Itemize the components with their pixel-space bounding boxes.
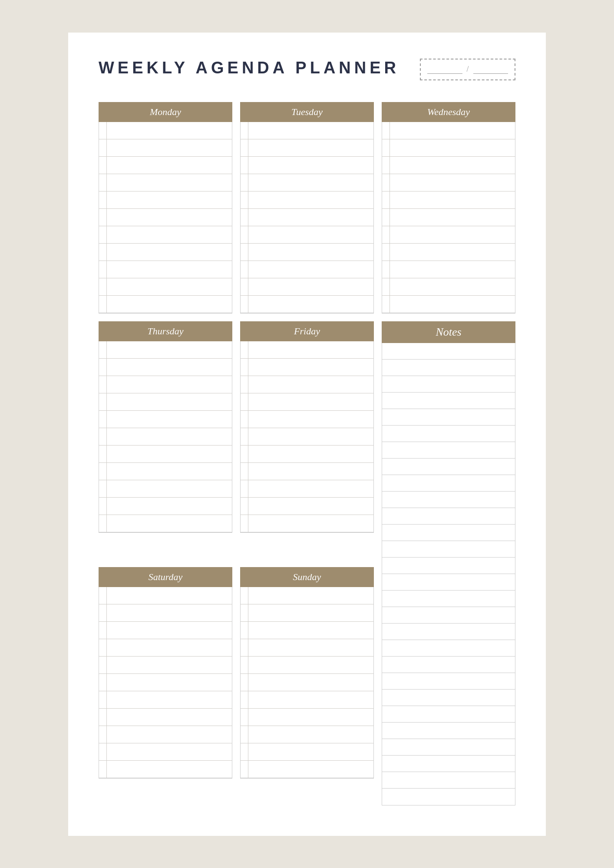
notes-line[interactable] [382,492,515,508]
line-row[interactable] [241,261,373,278]
notes-line[interactable] [382,360,515,376]
line-row[interactable] [241,622,373,639]
line-row[interactable] [241,446,373,463]
notes-line[interactable] [382,459,515,475]
line-row[interactable] [99,393,232,411]
line-row[interactable] [241,604,373,622]
line-row[interactable] [241,174,373,191]
line-row[interactable] [382,209,515,226]
line-row[interactable] [382,261,515,278]
line-row[interactable] [382,174,515,191]
notes-line[interactable] [382,706,515,723]
line-row[interactable] [99,139,232,157]
notes-line[interactable] [382,574,515,591]
notes-line[interactable] [382,673,515,690]
line-row[interactable] [99,743,232,761]
line-row[interactable] [241,226,373,244]
line-row[interactable] [382,122,515,139]
line-row[interactable] [99,709,232,726]
line-row[interactable] [99,157,232,174]
line-row[interactable] [99,480,232,498]
notes-line[interactable] [382,607,515,624]
line-row[interactable] [241,480,373,498]
notes-line[interactable] [382,789,515,805]
line-row[interactable] [241,393,373,411]
line-row[interactable] [241,139,373,157]
line-row[interactable] [99,209,232,226]
notes-line[interactable] [382,393,515,409]
line-row[interactable] [99,278,232,296]
notes-line[interactable] [382,525,515,541]
notes-line[interactable] [382,657,515,673]
line-row[interactable] [99,411,232,428]
line-row[interactable] [382,157,515,174]
line-row[interactable] [241,709,373,726]
notes-line[interactable] [382,624,515,640]
line-row[interactable] [382,139,515,157]
notes-line[interactable] [382,756,515,772]
notes-line[interactable] [382,409,515,426]
line-row[interactable] [99,674,232,691]
line-row[interactable] [241,278,373,296]
line-row[interactable] [99,639,232,657]
line-row[interactable] [99,515,232,532]
line-row[interactable] [241,691,373,709]
line-row[interactable] [241,639,373,657]
line-row[interactable] [99,261,232,278]
notes-line[interactable] [382,723,515,739]
notes-line[interactable] [382,591,515,607]
line-row[interactable] [99,622,232,639]
line-row[interactable] [99,587,232,604]
line-row[interactable] [241,743,373,761]
line-row[interactable] [99,604,232,622]
line-row[interactable] [99,244,232,261]
line-row[interactable] [241,376,373,393]
line-row[interactable] [99,726,232,743]
line-row[interactable] [241,761,373,778]
line-row[interactable] [241,657,373,674]
line-row[interactable] [241,122,373,139]
line-row[interactable] [99,761,232,778]
line-row[interactable] [382,244,515,261]
notes-line[interactable] [382,508,515,525]
line-row[interactable] [241,209,373,226]
line-row[interactable] [99,691,232,709]
line-row[interactable] [241,463,373,480]
notes-line[interactable] [382,442,515,459]
notes-line[interactable] [382,739,515,756]
line-row[interactable] [99,428,232,446]
line-row[interactable] [99,463,232,480]
line-row[interactable] [241,191,373,209]
line-row[interactable] [382,191,515,209]
line-row[interactable] [241,587,373,604]
line-row[interactable] [99,341,232,359]
notes-line[interactable] [382,690,515,706]
notes-line[interactable] [382,343,515,360]
date-input-left[interactable] [427,65,462,74]
line-row[interactable] [382,296,515,313]
line-row[interactable] [99,446,232,463]
line-row[interactable] [99,122,232,139]
notes-line[interactable] [382,558,515,574]
line-row[interactable] [241,157,373,174]
notes-body[interactable] [382,343,515,805]
line-row[interactable] [382,278,515,296]
line-row[interactable] [99,174,232,191]
line-row[interactable] [99,498,232,515]
line-row[interactable] [241,726,373,743]
notes-line[interactable] [382,376,515,393]
line-row[interactable] [241,411,373,428]
line-row[interactable] [241,428,373,446]
date-box[interactable]: / [420,59,515,80]
notes-line[interactable] [382,640,515,657]
notes-line[interactable] [382,541,515,558]
line-row[interactable] [241,244,373,261]
notes-line[interactable] [382,475,515,492]
line-row[interactable] [99,226,232,244]
line-row[interactable] [241,341,373,359]
line-row[interactable] [99,191,232,209]
line-row[interactable] [241,498,373,515]
line-row[interactable] [382,226,515,244]
line-row[interactable] [99,376,232,393]
line-row[interactable] [99,359,232,376]
